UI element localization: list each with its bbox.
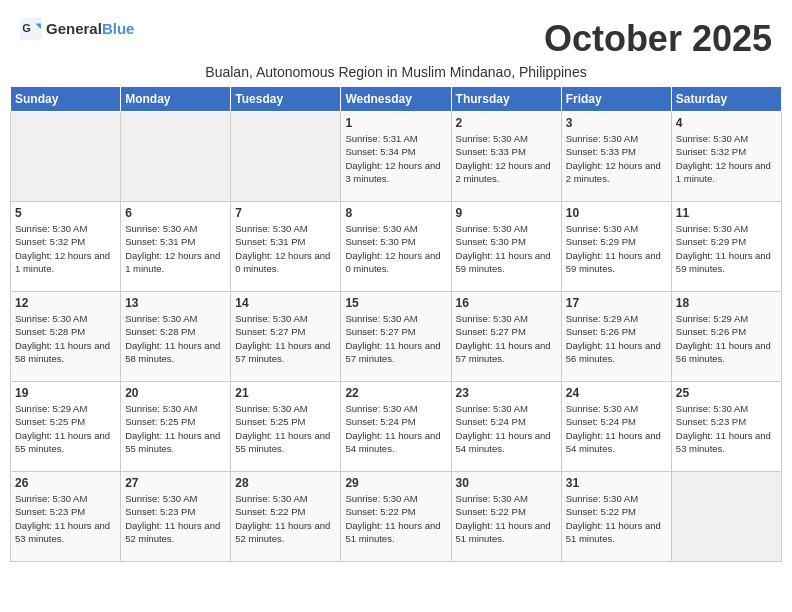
calendar-cell: 13Sunrise: 5:30 AM Sunset: 5:28 PM Dayli… bbox=[121, 292, 231, 382]
calendar-cell: 17Sunrise: 5:29 AM Sunset: 5:26 PM Dayli… bbox=[561, 292, 671, 382]
day-info: Sunrise: 5:30 AM Sunset: 5:23 PM Dayligh… bbox=[15, 492, 116, 545]
calendar-cell: 11Sunrise: 5:30 AM Sunset: 5:29 PM Dayli… bbox=[671, 202, 781, 292]
calendar-cell: 29Sunrise: 5:30 AM Sunset: 5:22 PM Dayli… bbox=[341, 472, 451, 562]
day-info: Sunrise: 5:31 AM Sunset: 5:34 PM Dayligh… bbox=[345, 132, 446, 185]
day-info: Sunrise: 5:30 AM Sunset: 5:32 PM Dayligh… bbox=[676, 132, 777, 185]
day-number: 2 bbox=[456, 116, 557, 130]
day-number: 10 bbox=[566, 206, 667, 220]
calendar-cell: 9Sunrise: 5:30 AM Sunset: 5:30 PM Daylig… bbox=[451, 202, 561, 292]
calendar-cell: 27Sunrise: 5:30 AM Sunset: 5:23 PM Dayli… bbox=[121, 472, 231, 562]
day-number: 31 bbox=[566, 476, 667, 490]
calendar-cell: 18Sunrise: 5:29 AM Sunset: 5:26 PM Dayli… bbox=[671, 292, 781, 382]
week-row-1: 1Sunrise: 5:31 AM Sunset: 5:34 PM Daylig… bbox=[11, 112, 782, 202]
logo: G GeneralBlue bbox=[20, 18, 134, 40]
calendar-cell: 22Sunrise: 5:30 AM Sunset: 5:24 PM Dayli… bbox=[341, 382, 451, 472]
calendar-cell: 5Sunrise: 5:30 AM Sunset: 5:32 PM Daylig… bbox=[11, 202, 121, 292]
calendar-cell: 10Sunrise: 5:30 AM Sunset: 5:29 PM Dayli… bbox=[561, 202, 671, 292]
day-number: 30 bbox=[456, 476, 557, 490]
day-number: 20 bbox=[125, 386, 226, 400]
day-number: 6 bbox=[125, 206, 226, 220]
day-header-tuesday: Tuesday bbox=[231, 87, 341, 112]
calendar-cell bbox=[671, 472, 781, 562]
day-info: Sunrise: 5:30 AM Sunset: 5:29 PM Dayligh… bbox=[676, 222, 777, 275]
calendar-cell bbox=[11, 112, 121, 202]
calendar-cell: 1Sunrise: 5:31 AM Sunset: 5:34 PM Daylig… bbox=[341, 112, 451, 202]
day-info: Sunrise: 5:30 AM Sunset: 5:23 PM Dayligh… bbox=[676, 402, 777, 455]
calendar-cell: 20Sunrise: 5:30 AM Sunset: 5:25 PM Dayli… bbox=[121, 382, 231, 472]
logo-icon: G bbox=[20, 18, 42, 40]
day-number: 17 bbox=[566, 296, 667, 310]
day-number: 22 bbox=[345, 386, 446, 400]
calendar-table: SundayMondayTuesdayWednesdayThursdayFrid… bbox=[10, 86, 782, 562]
day-number: 5 bbox=[15, 206, 116, 220]
logo-general: GeneralBlue bbox=[46, 20, 134, 38]
day-info: Sunrise: 5:30 AM Sunset: 5:31 PM Dayligh… bbox=[235, 222, 336, 275]
day-number: 13 bbox=[125, 296, 226, 310]
calendar-cell: 28Sunrise: 5:30 AM Sunset: 5:22 PM Dayli… bbox=[231, 472, 341, 562]
day-info: Sunrise: 5:30 AM Sunset: 5:27 PM Dayligh… bbox=[235, 312, 336, 365]
calendar-cell: 15Sunrise: 5:30 AM Sunset: 5:27 PM Dayli… bbox=[341, 292, 451, 382]
calendar-cell: 16Sunrise: 5:30 AM Sunset: 5:27 PM Dayli… bbox=[451, 292, 561, 382]
day-info: Sunrise: 5:30 AM Sunset: 5:22 PM Dayligh… bbox=[566, 492, 667, 545]
day-info: Sunrise: 5:30 AM Sunset: 5:30 PM Dayligh… bbox=[456, 222, 557, 275]
day-header-sunday: Sunday bbox=[11, 87, 121, 112]
day-info: Sunrise: 5:30 AM Sunset: 5:24 PM Dayligh… bbox=[345, 402, 446, 455]
days-header-row: SundayMondayTuesdayWednesdayThursdayFrid… bbox=[11, 87, 782, 112]
calendar-cell: 23Sunrise: 5:30 AM Sunset: 5:24 PM Dayli… bbox=[451, 382, 561, 472]
day-number: 1 bbox=[345, 116, 446, 130]
day-info: Sunrise: 5:29 AM Sunset: 5:25 PM Dayligh… bbox=[15, 402, 116, 455]
day-number: 25 bbox=[676, 386, 777, 400]
day-number: 4 bbox=[676, 116, 777, 130]
day-header-friday: Friday bbox=[561, 87, 671, 112]
day-info: Sunrise: 5:29 AM Sunset: 5:26 PM Dayligh… bbox=[566, 312, 667, 365]
day-info: Sunrise: 5:30 AM Sunset: 5:24 PM Dayligh… bbox=[456, 402, 557, 455]
day-number: 23 bbox=[456, 386, 557, 400]
day-number: 14 bbox=[235, 296, 336, 310]
calendar-cell: 19Sunrise: 5:29 AM Sunset: 5:25 PM Dayli… bbox=[11, 382, 121, 472]
calendar-cell: 7Sunrise: 5:30 AM Sunset: 5:31 PM Daylig… bbox=[231, 202, 341, 292]
calendar-cell: 25Sunrise: 5:30 AM Sunset: 5:23 PM Dayli… bbox=[671, 382, 781, 472]
calendar-cell bbox=[231, 112, 341, 202]
week-row-3: 12Sunrise: 5:30 AM Sunset: 5:28 PM Dayli… bbox=[11, 292, 782, 382]
day-number: 11 bbox=[676, 206, 777, 220]
header: G GeneralBlue October 2025 bbox=[10, 10, 782, 64]
day-number: 21 bbox=[235, 386, 336, 400]
day-info: Sunrise: 5:30 AM Sunset: 5:30 PM Dayligh… bbox=[345, 222, 446, 275]
day-info: Sunrise: 5:30 AM Sunset: 5:31 PM Dayligh… bbox=[125, 222, 226, 275]
day-info: Sunrise: 5:30 AM Sunset: 5:25 PM Dayligh… bbox=[125, 402, 226, 455]
day-number: 9 bbox=[456, 206, 557, 220]
week-row-4: 19Sunrise: 5:29 AM Sunset: 5:25 PM Dayli… bbox=[11, 382, 782, 472]
day-number: 15 bbox=[345, 296, 446, 310]
day-header-thursday: Thursday bbox=[451, 87, 561, 112]
subtitle: Bualan, Autonomous Region in Muslim Mind… bbox=[10, 64, 782, 80]
day-info: Sunrise: 5:30 AM Sunset: 5:28 PM Dayligh… bbox=[125, 312, 226, 365]
day-header-monday: Monday bbox=[121, 87, 231, 112]
calendar-cell: 30Sunrise: 5:30 AM Sunset: 5:22 PM Dayli… bbox=[451, 472, 561, 562]
calendar-cell: 26Sunrise: 5:30 AM Sunset: 5:23 PM Dayli… bbox=[11, 472, 121, 562]
day-info: Sunrise: 5:30 AM Sunset: 5:25 PM Dayligh… bbox=[235, 402, 336, 455]
day-info: Sunrise: 5:29 AM Sunset: 5:26 PM Dayligh… bbox=[676, 312, 777, 365]
month-title: October 2025 bbox=[544, 18, 772, 60]
day-info: Sunrise: 5:30 AM Sunset: 5:33 PM Dayligh… bbox=[456, 132, 557, 185]
day-number: 19 bbox=[15, 386, 116, 400]
day-number: 7 bbox=[235, 206, 336, 220]
day-info: Sunrise: 5:30 AM Sunset: 5:24 PM Dayligh… bbox=[566, 402, 667, 455]
day-info: Sunrise: 5:30 AM Sunset: 5:22 PM Dayligh… bbox=[235, 492, 336, 545]
day-number: 24 bbox=[566, 386, 667, 400]
svg-text:G: G bbox=[22, 22, 31, 34]
day-info: Sunrise: 5:30 AM Sunset: 5:29 PM Dayligh… bbox=[566, 222, 667, 275]
day-info: Sunrise: 5:30 AM Sunset: 5:27 PM Dayligh… bbox=[345, 312, 446, 365]
day-number: 12 bbox=[15, 296, 116, 310]
calendar-cell bbox=[121, 112, 231, 202]
day-number: 26 bbox=[15, 476, 116, 490]
day-info: Sunrise: 5:30 AM Sunset: 5:27 PM Dayligh… bbox=[456, 312, 557, 365]
calendar-cell: 31Sunrise: 5:30 AM Sunset: 5:22 PM Dayli… bbox=[561, 472, 671, 562]
day-info: Sunrise: 5:30 AM Sunset: 5:32 PM Dayligh… bbox=[15, 222, 116, 275]
day-number: 28 bbox=[235, 476, 336, 490]
day-info: Sunrise: 5:30 AM Sunset: 5:22 PM Dayligh… bbox=[456, 492, 557, 545]
day-info: Sunrise: 5:30 AM Sunset: 5:23 PM Dayligh… bbox=[125, 492, 226, 545]
calendar-cell: 4Sunrise: 5:30 AM Sunset: 5:32 PM Daylig… bbox=[671, 112, 781, 202]
calendar-cell: 24Sunrise: 5:30 AM Sunset: 5:24 PM Dayli… bbox=[561, 382, 671, 472]
day-header-saturday: Saturday bbox=[671, 87, 781, 112]
day-number: 3 bbox=[566, 116, 667, 130]
